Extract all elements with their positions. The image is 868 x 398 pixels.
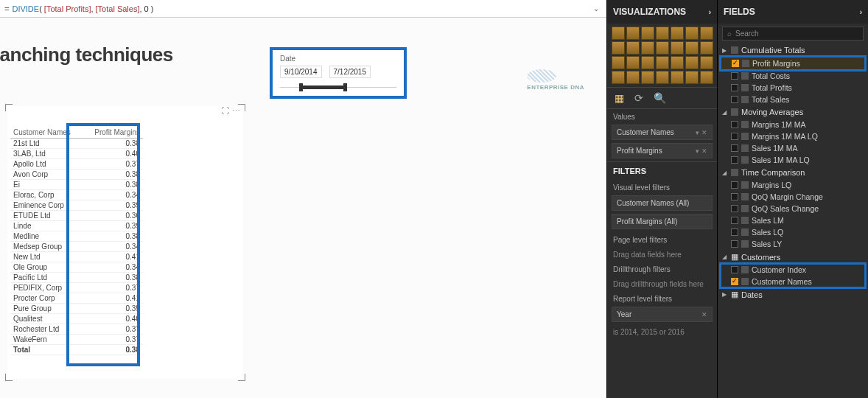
viz-header[interactable]: VISUALIZATIONS›	[607, 0, 717, 24]
table-row[interactable]: Medsep Group0.34	[10, 242, 143, 252]
focus-mode-icon[interactable]: ⛶	[221, 106, 229, 116]
viz-type-icon[interactable]	[671, 41, 684, 55]
well-profit-margins[interactable]: Profit Margins▾ ✕	[612, 143, 713, 158]
field-item[interactable]: Margins 1M MA	[721, 119, 865, 130]
analytics-mode-icon[interactable]: 🔍	[654, 92, 666, 104]
viz-type-icon[interactable]	[700, 56, 713, 69]
viz-type-icon[interactable]	[685, 27, 699, 40]
table-row[interactable]: New Ltd0.41	[10, 252, 143, 262]
table-row[interactable]: Avon Corp0.38	[10, 170, 143, 180]
viz-type-icon[interactable]	[626, 27, 640, 40]
visualizations-panel: VISUALIZATIONS› ▦ ⟳ 🔍 Values Customer Na…	[606, 0, 717, 398]
field-item[interactable]: Margins LQ	[721, 179, 865, 191]
fields-header[interactable]: FIELDS›	[718, 0, 868, 24]
field-total-costs[interactable]: Total Costs	[721, 70, 865, 82]
field-item[interactable]: Sales LY	[721, 238, 865, 250]
viz-type-icon[interactable]	[641, 41, 654, 55]
report-canvas[interactable]: ranching techniques Date 9/10/2014 7/12/…	[0, 18, 606, 398]
table-row[interactable]: Linde0.39	[10, 221, 143, 231]
format-mode-icon[interactable]: ⟳	[634, 92, 643, 104]
filter-customer-names[interactable]: Customer Names (All)	[612, 195, 713, 211]
group-cumulative-totals[interactable]: ▶Cumulative Totals	[721, 43, 865, 57]
formula-bar[interactable]: = DIVIDE( [Total Profits], [Total Sales]…	[0, 0, 606, 18]
viz-type-icon[interactable]	[641, 27, 654, 40]
viz-type-icon[interactable]	[641, 56, 654, 69]
fields-mode-icon[interactable]: ▦	[615, 92, 624, 104]
table-row[interactable]: WakeFern0.37	[10, 335, 143, 345]
table-visual[interactable]: ⛶ ⋯ Customer Names Profit Margins 21st L…	[7, 106, 243, 379]
table-row[interactable]: Pacific Ltd0.38	[10, 273, 143, 283]
viz-type-icon[interactable]	[626, 56, 640, 69]
field-total-profits[interactable]: Total Profits	[721, 82, 865, 94]
filter-profit-margins[interactable]: Profit Margins (All)	[612, 214, 713, 229]
col-customer[interactable]: Customer Names	[10, 127, 83, 139]
viz-type-icon[interactable]	[626, 41, 640, 55]
field-customer-names[interactable]: Customer Names	[721, 276, 865, 287]
viz-type-icon[interactable]	[656, 71, 669, 84]
more-options-icon[interactable]: ⋯	[232, 106, 240, 116]
date-label: Date	[280, 55, 396, 63]
viz-type-icon[interactable]	[700, 27, 713, 40]
viz-type-icon[interactable]	[656, 41, 669, 55]
field-profit-margins[interactable]: Profit Margins	[721, 57, 865, 70]
search-input[interactable]: ⌕Search	[722, 27, 864, 41]
viz-type-icon[interactable]	[656, 56, 669, 69]
formula-expand-icon[interactable]: ⌄	[590, 4, 602, 13]
viz-type-icon[interactable]	[671, 56, 684, 69]
viz-type-icon[interactable]	[700, 41, 713, 55]
field-item[interactable]: QoQ Sales Change	[721, 203, 865, 214]
field-item[interactable]: Sales 1M MA LQ	[721, 154, 865, 166]
viz-type-icon[interactable]	[612, 71, 625, 84]
table-row[interactable]: Ole Group0.34	[10, 262, 143, 273]
filter-year[interactable]: Year✕	[612, 307, 713, 322]
col-margins[interactable]: Profit Margins	[83, 127, 143, 139]
chevron-right-icon[interactable]: ›	[709, 8, 711, 16]
chevron-right-icon[interactable]: ›	[860, 8, 862, 16]
table-row[interactable]: Qualitest0.40	[10, 314, 143, 324]
date-to[interactable]: 7/12/2015	[329, 66, 371, 78]
viz-type-icon[interactable]	[656, 27, 669, 40]
viz-type-icon[interactable]	[685, 41, 699, 55]
field-item[interactable]: Sales LM	[721, 214, 865, 226]
well-customer-names[interactable]: Customer Names▾ ✕	[612, 125, 713, 140]
field-item[interactable]: QoQ Margin Change	[721, 191, 865, 203]
date-from[interactable]: 9/10/2014	[280, 66, 322, 78]
field-item[interactable]: Margins 1M MA LQ	[721, 130, 865, 142]
viz-type-icon[interactable]	[612, 56, 625, 69]
table-row[interactable]: Ei0.38	[10, 180, 143, 190]
group-time-comparison[interactable]: ◢Time Comparison	[721, 166, 865, 179]
group-customers[interactable]: ◢▦Customers	[721, 250, 865, 264]
table-row[interactable]: Apollo Ltd0.37	[10, 159, 143, 170]
field-item[interactable]: Sales LQ	[721, 226, 865, 238]
table-row[interactable]: Elorac, Corp0.34	[10, 190, 143, 200]
viz-type-icon[interactable]	[671, 27, 684, 40]
field-item[interactable]: Sales 1M MA	[721, 142, 865, 154]
table-row[interactable]: ETUDE Ltd0.36	[10, 211, 143, 221]
group-dates[interactable]: ▶▦Dates	[721, 287, 865, 301]
table-row[interactable]: Eminence Corp0.39	[10, 200, 143, 211]
viz-type-icon[interactable]	[685, 71, 699, 84]
viz-type-icon[interactable]	[700, 71, 713, 84]
viz-type-icon[interactable]	[626, 71, 640, 84]
table-row[interactable]: Procter Corp0.41	[10, 293, 143, 304]
search-icon: ⌕	[727, 29, 732, 38]
date-slider[interactable]	[280, 83, 396, 93]
page-title: ranching techniques	[0, 43, 173, 66]
viz-type-icon[interactable]	[612, 41, 625, 55]
table-row[interactable]: Rochester Ltd0.37	[10, 324, 143, 335]
table-row[interactable]: PEDIFIX, Corp0.37	[10, 283, 143, 293]
viz-gallery	[607, 24, 717, 87]
table-row[interactable]: 3LAB, Ltd0.40	[10, 149, 143, 159]
viz-type-icon[interactable]	[641, 71, 654, 84]
field-customer-index[interactable]: Customer Index	[721, 264, 865, 276]
table-row[interactable]: Pure Group0.35	[10, 304, 143, 314]
viz-type-icon[interactable]	[685, 56, 699, 69]
viz-type-icon[interactable]	[671, 71, 684, 84]
date-slicer[interactable]: Date 9/10/2014 7/12/2015	[270, 47, 407, 99]
viz-type-icon[interactable]	[612, 27, 625, 40]
field-total-sales[interactable]: Total Sales	[721, 94, 865, 105]
table-row[interactable]: Medline0.38	[10, 231, 143, 242]
filters-header: FILTERS	[607, 161, 717, 180]
table-row[interactable]: 21st Ltd0.38	[10, 139, 143, 149]
group-moving-averages[interactable]: ◢Moving Averages	[721, 105, 865, 119]
